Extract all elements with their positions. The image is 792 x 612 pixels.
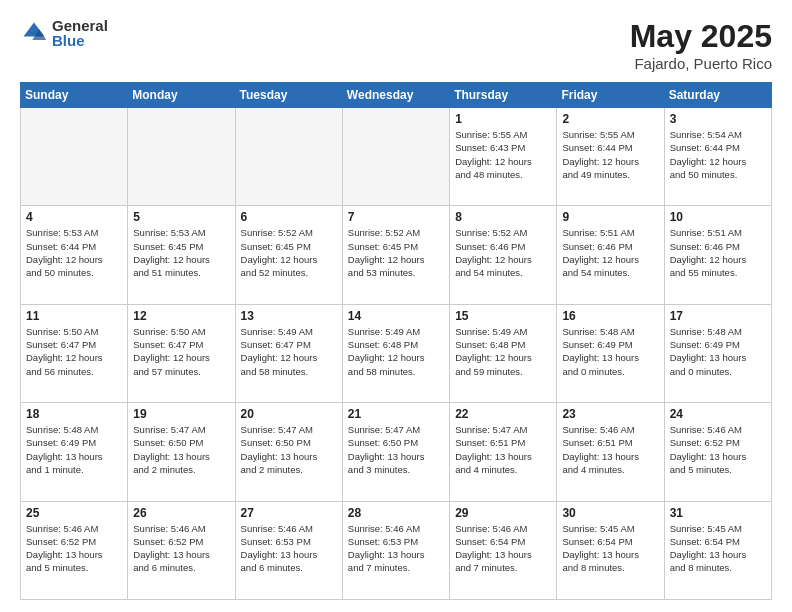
day-detail: Sunrise: 5:48 AM Sunset: 6:49 PM Dayligh… xyxy=(562,325,658,378)
day-number: 5 xyxy=(133,210,229,224)
day-number: 4 xyxy=(26,210,122,224)
day-number: 12 xyxy=(133,309,229,323)
col-monday: Monday xyxy=(128,83,235,108)
table-row: 6Sunrise: 5:52 AM Sunset: 6:45 PM Daylig… xyxy=(235,206,342,304)
day-number: 29 xyxy=(455,506,551,520)
table-row: 5Sunrise: 5:53 AM Sunset: 6:45 PM Daylig… xyxy=(128,206,235,304)
day-number: 6 xyxy=(241,210,337,224)
day-detail: Sunrise: 5:51 AM Sunset: 6:46 PM Dayligh… xyxy=(562,226,658,279)
table-row: 9Sunrise: 5:51 AM Sunset: 6:46 PM Daylig… xyxy=(557,206,664,304)
day-detail: Sunrise: 5:46 AM Sunset: 6:52 PM Dayligh… xyxy=(670,423,766,476)
day-detail: Sunrise: 5:49 AM Sunset: 6:47 PM Dayligh… xyxy=(241,325,337,378)
header: General Blue May 2025 Fajardo, Puerto Ri… xyxy=(20,18,772,72)
table-row: 12Sunrise: 5:50 AM Sunset: 6:47 PM Dayli… xyxy=(128,304,235,402)
day-number: 17 xyxy=(670,309,766,323)
day-number: 13 xyxy=(241,309,337,323)
day-number: 2 xyxy=(562,112,658,126)
table-row: 7Sunrise: 5:52 AM Sunset: 6:45 PM Daylig… xyxy=(342,206,449,304)
table-row xyxy=(235,108,342,206)
day-detail: Sunrise: 5:45 AM Sunset: 6:54 PM Dayligh… xyxy=(670,522,766,575)
day-number: 22 xyxy=(455,407,551,421)
table-row: 10Sunrise: 5:51 AM Sunset: 6:46 PM Dayli… xyxy=(664,206,771,304)
table-row: 26Sunrise: 5:46 AM Sunset: 6:52 PM Dayli… xyxy=(128,501,235,599)
logo-icon xyxy=(20,19,48,47)
table-row: 23Sunrise: 5:46 AM Sunset: 6:51 PM Dayli… xyxy=(557,403,664,501)
day-detail: Sunrise: 5:50 AM Sunset: 6:47 PM Dayligh… xyxy=(26,325,122,378)
day-number: 11 xyxy=(26,309,122,323)
day-number: 15 xyxy=(455,309,551,323)
table-row xyxy=(21,108,128,206)
day-detail: Sunrise: 5:47 AM Sunset: 6:50 PM Dayligh… xyxy=(133,423,229,476)
day-number: 7 xyxy=(348,210,444,224)
day-number: 28 xyxy=(348,506,444,520)
col-tuesday: Tuesday xyxy=(235,83,342,108)
table-row: 1Sunrise: 5:55 AM Sunset: 6:43 PM Daylig… xyxy=(450,108,557,206)
table-row: 19Sunrise: 5:47 AM Sunset: 6:50 PM Dayli… xyxy=(128,403,235,501)
day-detail: Sunrise: 5:47 AM Sunset: 6:51 PM Dayligh… xyxy=(455,423,551,476)
table-row: 30Sunrise: 5:45 AM Sunset: 6:54 PM Dayli… xyxy=(557,501,664,599)
table-row: 29Sunrise: 5:46 AM Sunset: 6:54 PM Dayli… xyxy=(450,501,557,599)
day-detail: Sunrise: 5:49 AM Sunset: 6:48 PM Dayligh… xyxy=(348,325,444,378)
calendar-week-2: 4Sunrise: 5:53 AM Sunset: 6:44 PM Daylig… xyxy=(21,206,772,304)
col-friday: Friday xyxy=(557,83,664,108)
day-number: 20 xyxy=(241,407,337,421)
logo-blue-text: Blue xyxy=(52,33,108,48)
day-detail: Sunrise: 5:52 AM Sunset: 6:45 PM Dayligh… xyxy=(241,226,337,279)
table-row: 4Sunrise: 5:53 AM Sunset: 6:44 PM Daylig… xyxy=(21,206,128,304)
title-location: Fajardo, Puerto Rico xyxy=(630,55,772,72)
day-number: 3 xyxy=(670,112,766,126)
day-detail: Sunrise: 5:54 AM Sunset: 6:44 PM Dayligh… xyxy=(670,128,766,181)
calendar-table: Sunday Monday Tuesday Wednesday Thursday… xyxy=(20,82,772,600)
day-detail: Sunrise: 5:48 AM Sunset: 6:49 PM Dayligh… xyxy=(670,325,766,378)
day-detail: Sunrise: 5:46 AM Sunset: 6:54 PM Dayligh… xyxy=(455,522,551,575)
day-detail: Sunrise: 5:55 AM Sunset: 6:43 PM Dayligh… xyxy=(455,128,551,181)
col-sunday: Sunday xyxy=(21,83,128,108)
table-row: 25Sunrise: 5:46 AM Sunset: 6:52 PM Dayli… xyxy=(21,501,128,599)
day-number: 26 xyxy=(133,506,229,520)
day-number: 19 xyxy=(133,407,229,421)
table-row: 21Sunrise: 5:47 AM Sunset: 6:50 PM Dayli… xyxy=(342,403,449,501)
day-number: 21 xyxy=(348,407,444,421)
table-row: 17Sunrise: 5:48 AM Sunset: 6:49 PM Dayli… xyxy=(664,304,771,402)
table-row xyxy=(128,108,235,206)
day-detail: Sunrise: 5:47 AM Sunset: 6:50 PM Dayligh… xyxy=(348,423,444,476)
calendar-week-5: 25Sunrise: 5:46 AM Sunset: 6:52 PM Dayli… xyxy=(21,501,772,599)
day-detail: Sunrise: 5:46 AM Sunset: 6:52 PM Dayligh… xyxy=(26,522,122,575)
day-number: 18 xyxy=(26,407,122,421)
calendar-header-row: Sunday Monday Tuesday Wednesday Thursday… xyxy=(21,83,772,108)
table-row: 24Sunrise: 5:46 AM Sunset: 6:52 PM Dayli… xyxy=(664,403,771,501)
day-number: 1 xyxy=(455,112,551,126)
day-detail: Sunrise: 5:51 AM Sunset: 6:46 PM Dayligh… xyxy=(670,226,766,279)
day-detail: Sunrise: 5:48 AM Sunset: 6:49 PM Dayligh… xyxy=(26,423,122,476)
table-row: 31Sunrise: 5:45 AM Sunset: 6:54 PM Dayli… xyxy=(664,501,771,599)
day-detail: Sunrise: 5:53 AM Sunset: 6:45 PM Dayligh… xyxy=(133,226,229,279)
calendar-week-1: 1Sunrise: 5:55 AM Sunset: 6:43 PM Daylig… xyxy=(21,108,772,206)
day-detail: Sunrise: 5:50 AM Sunset: 6:47 PM Dayligh… xyxy=(133,325,229,378)
day-detail: Sunrise: 5:47 AM Sunset: 6:50 PM Dayligh… xyxy=(241,423,337,476)
table-row: 22Sunrise: 5:47 AM Sunset: 6:51 PM Dayli… xyxy=(450,403,557,501)
calendar-week-3: 11Sunrise: 5:50 AM Sunset: 6:47 PM Dayli… xyxy=(21,304,772,402)
table-row: 11Sunrise: 5:50 AM Sunset: 6:47 PM Dayli… xyxy=(21,304,128,402)
day-number: 24 xyxy=(670,407,766,421)
day-detail: Sunrise: 5:45 AM Sunset: 6:54 PM Dayligh… xyxy=(562,522,658,575)
day-number: 16 xyxy=(562,309,658,323)
table-row: 28Sunrise: 5:46 AM Sunset: 6:53 PM Dayli… xyxy=(342,501,449,599)
day-detail: Sunrise: 5:52 AM Sunset: 6:46 PM Dayligh… xyxy=(455,226,551,279)
calendar-week-4: 18Sunrise: 5:48 AM Sunset: 6:49 PM Dayli… xyxy=(21,403,772,501)
col-saturday: Saturday xyxy=(664,83,771,108)
day-number: 30 xyxy=(562,506,658,520)
logo: General Blue xyxy=(20,18,108,48)
table-row xyxy=(342,108,449,206)
title-month: May 2025 xyxy=(630,18,772,55)
table-row: 3Sunrise: 5:54 AM Sunset: 6:44 PM Daylig… xyxy=(664,108,771,206)
day-detail: Sunrise: 5:46 AM Sunset: 6:53 PM Dayligh… xyxy=(241,522,337,575)
col-thursday: Thursday xyxy=(450,83,557,108)
table-row: 27Sunrise: 5:46 AM Sunset: 6:53 PM Dayli… xyxy=(235,501,342,599)
day-detail: Sunrise: 5:46 AM Sunset: 6:53 PM Dayligh… xyxy=(348,522,444,575)
logo-general-text: General xyxy=(52,18,108,33)
day-number: 25 xyxy=(26,506,122,520)
title-block: May 2025 Fajardo, Puerto Rico xyxy=(630,18,772,72)
day-number: 9 xyxy=(562,210,658,224)
day-number: 10 xyxy=(670,210,766,224)
day-detail: Sunrise: 5:53 AM Sunset: 6:44 PM Dayligh… xyxy=(26,226,122,279)
